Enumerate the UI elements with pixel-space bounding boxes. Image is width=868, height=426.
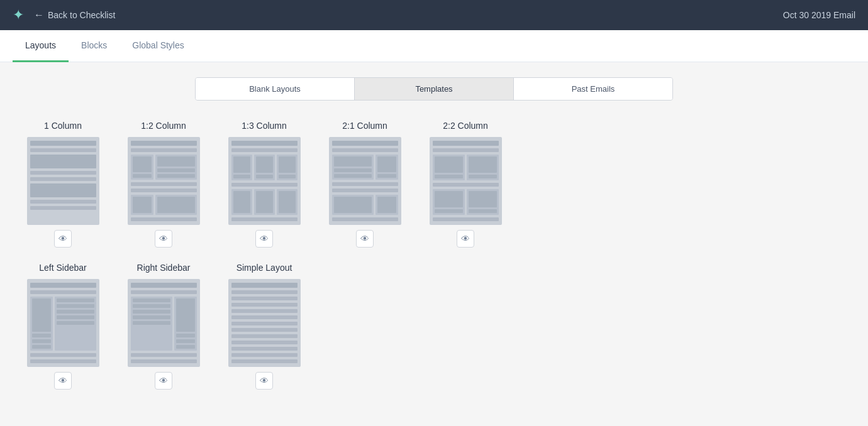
thumb-row xyxy=(131,290,197,294)
thumb-row xyxy=(231,309,298,313)
thumb-img xyxy=(133,197,152,213)
layout-item-one-two-column: 1:2 Column xyxy=(126,121,201,248)
eye-icon: 👁 xyxy=(159,376,168,386)
thumb-row xyxy=(133,321,170,325)
thumb-cols-2 xyxy=(433,189,499,215)
thumb-img xyxy=(157,156,195,167)
thumb-img xyxy=(32,298,51,332)
layouts-row-2: Left Sidebar xyxy=(25,263,843,390)
preview-button-simple-layout[interactable]: 👁 xyxy=(255,372,273,390)
back-label: Back to Checklist xyxy=(48,10,115,20)
thumb-row xyxy=(231,148,298,152)
tab-global-styles[interactable]: Global Styles xyxy=(120,30,196,62)
thumb-row xyxy=(32,339,51,343)
thumb-header xyxy=(30,141,96,146)
thumb-cols xyxy=(332,155,398,180)
tab-layouts[interactable]: Layouts xyxy=(13,30,69,62)
thumb-row xyxy=(469,175,497,178)
preview-button-two-one-column[interactable]: 👁 xyxy=(356,230,374,248)
thumb-header xyxy=(30,283,96,288)
layout-item-two-two-column: 2:2 Column xyxy=(428,121,503,248)
layout-thumb-two-two-column[interactable] xyxy=(430,137,502,225)
thumb-row xyxy=(30,177,96,181)
nav-tabs: Layouts Blocks Global Styles xyxy=(0,30,868,62)
layout-thumb-one-two-column[interactable] xyxy=(128,137,200,225)
thumb-row xyxy=(231,341,298,344)
thumb-row xyxy=(435,209,463,213)
layout-item-two-one-column: 2:1 Column xyxy=(327,121,403,248)
sub-tab-past-emails[interactable]: Past Emails xyxy=(514,78,672,100)
thumb-row xyxy=(57,315,94,319)
layout-thumb-right-sidebar[interactable] xyxy=(128,279,200,367)
layout-label-one-column: 1 Column xyxy=(44,121,82,131)
thumb-row xyxy=(231,334,298,338)
thumb-cols xyxy=(30,297,96,351)
thumb-col-left xyxy=(332,155,374,180)
sub-tab-templates[interactable]: Templates xyxy=(355,78,514,100)
thumb-col-main xyxy=(131,297,172,351)
sub-tab-blank-layouts[interactable]: Blank Layouts xyxy=(196,78,355,100)
preview-button-two-two-column[interactable]: 👁 xyxy=(457,230,474,248)
thumb-row xyxy=(433,148,499,152)
eye-icon: 👁 xyxy=(159,234,168,244)
thumb-row xyxy=(30,359,96,363)
thumb-img xyxy=(279,156,296,173)
thumb-row xyxy=(231,183,298,187)
thumb-row xyxy=(157,168,195,172)
preview-button-right-sidebar[interactable]: 👁 xyxy=(155,372,172,390)
thumb-col-b3 xyxy=(277,189,298,215)
thumb-row xyxy=(30,200,96,204)
thumb-cols-2 xyxy=(231,189,298,215)
preview-button-one-column[interactable]: 👁 xyxy=(54,230,72,248)
thumb-cols-2 xyxy=(332,195,398,215)
thumb-header xyxy=(332,141,398,146)
tab-blocks[interactable]: Blocks xyxy=(69,30,120,62)
thumb-row xyxy=(231,315,298,319)
thumb-cols-2 xyxy=(131,195,197,215)
thumb-img xyxy=(176,298,195,332)
thumb-col-rb xyxy=(376,195,398,215)
layout-thumb-simple-layout[interactable] xyxy=(228,279,301,367)
thumb-img xyxy=(233,191,250,213)
preview-button-left-sidebar[interactable]: 👁 xyxy=(54,372,72,390)
main-content: Blank Layouts Templates Past Emails 1 Co… xyxy=(0,62,868,420)
thumb-row xyxy=(30,148,96,152)
thumb-cols xyxy=(231,155,298,180)
layout-thumb-one-three-column[interactable] xyxy=(228,137,301,225)
thumb-row xyxy=(433,183,499,187)
thumb-row xyxy=(57,298,94,302)
back-to-checklist-link[interactable]: ← Back to Checklist xyxy=(34,9,115,21)
thumb-row xyxy=(231,297,298,300)
thumb-header xyxy=(231,283,298,288)
thumb-row xyxy=(157,174,195,178)
layout-thumb-left-sidebar[interactable] xyxy=(27,279,99,367)
thumb-img xyxy=(256,191,273,213)
thumb-img xyxy=(157,197,195,213)
layout-item-simple-layout: Simple Layout 👁 xyxy=(226,263,302,390)
preview-button-one-two-column[interactable]: 👁 xyxy=(155,230,172,248)
thumb-header xyxy=(231,141,298,146)
thumb-row xyxy=(332,148,398,152)
thumb-row xyxy=(30,171,96,175)
preview-button-one-three-column[interactable]: 👁 xyxy=(255,230,273,248)
thumb-row xyxy=(32,345,51,349)
thumb-row xyxy=(32,334,51,337)
thumb-col-2 xyxy=(467,155,499,180)
thumb-col-r2 xyxy=(155,195,197,215)
thumb-row xyxy=(131,217,197,221)
layout-thumb-one-column[interactable] xyxy=(27,137,99,225)
thumb-row xyxy=(176,345,195,349)
thumb-row xyxy=(334,174,372,178)
thumb-col-1 xyxy=(231,155,252,180)
layout-thumb-two-one-column[interactable] xyxy=(329,137,401,225)
thumb-img xyxy=(469,156,497,173)
app-header: ✦ ← Back to Checklist Oct 30 2019 Email xyxy=(0,0,868,30)
thumb-row xyxy=(231,353,298,357)
thumb-row xyxy=(131,148,197,152)
thumb-col-4 xyxy=(467,189,499,215)
thumb-img xyxy=(435,156,463,173)
thumb-img xyxy=(334,156,372,167)
thumb-col-l2 xyxy=(131,195,153,215)
header-date: Oct 30 2019 Email xyxy=(783,10,855,20)
thumb-col-right xyxy=(155,155,197,180)
